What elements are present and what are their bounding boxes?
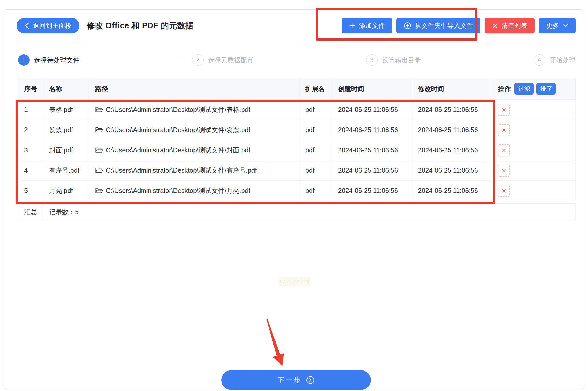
step-connector: [87, 60, 184, 60]
record-count: 记录数：5: [43, 204, 575, 220]
app-window: 返回到主面板 修改 Office 和 PDF 的元数据 添加文件 从文件夹中导入…: [0, 0, 588, 391]
row-index: 3: [18, 140, 43, 160]
row-modified: 2024-06-25 11:06:56: [412, 181, 492, 201]
row-created: 2024-06-25 11:06:56: [332, 120, 412, 140]
sort-button[interactable]: 排序: [536, 83, 556, 95]
col-modified-header: 修改时间: [412, 78, 492, 99]
folder-icon: [95, 147, 103, 153]
header-bar: 返回到主面板 修改 Office 和 PDF 的元数据 添加文件 从文件夹中导入…: [17, 10, 576, 42]
next-step-button[interactable]: 下一步: [221, 370, 371, 390]
row-ext: pdf: [300, 181, 332, 201]
row-created: 2024-06-25 11:06:56: [332, 140, 412, 160]
row-modified: 2024-06-25 11:06:56: [412, 140, 492, 160]
row-ext: pdf: [300, 100, 332, 120]
table-header: 序号 名称 路径 扩展名 创建时间 修改时间 操作 过滤 排序: [18, 78, 576, 100]
row-ops: ×: [492, 100, 575, 120]
step-4-label: 开始处理: [550, 56, 576, 64]
chevron-down-icon: [563, 24, 568, 28]
col-ext-header: 扩展名: [300, 78, 332, 99]
row-name: 表格.pdf: [43, 100, 89, 120]
row-modified: 2024-06-25 11:06:56: [412, 120, 492, 140]
col-name-header: 名称: [43, 78, 89, 99]
step-select-metadata-config: 2 选择元数据配置: [192, 54, 253, 66]
row-path: C:\Users\Administrator\Desktop\测试文件\月亮.p…: [89, 181, 300, 201]
row-path-text: C:\Users\Administrator\Desktop\测试文件\表格.p…: [106, 105, 250, 114]
row-name: 封面.pdf: [43, 140, 89, 160]
step-connector: [429, 60, 526, 60]
row-path: C:\Users\Administrator\Desktop\测试文件\有序号.…: [89, 160, 300, 180]
col-created-header: 创建时间: [332, 78, 412, 99]
delete-x-icon: ×: [502, 167, 506, 174]
delete-row-button[interactable]: ×: [498, 104, 510, 116]
step-3-circle: 3: [366, 54, 378, 66]
step-start-processing: 4 开始处理: [534, 54, 576, 66]
step-2-circle: 2: [192, 54, 204, 66]
row-path: C:\Users\Administrator\Desktop\测试文件\封面.p…: [89, 140, 300, 160]
delete-x-icon: ×: [502, 187, 506, 195]
table-row: 2 发票.pdf C:\Users\Administrator\Desktop\…: [18, 120, 576, 140]
row-ops: ×: [492, 120, 575, 140]
step-3-label: 设置输出目录: [382, 56, 421, 64]
more-label: 更多: [546, 21, 559, 30]
plus-icon: [349, 22, 356, 29]
row-path-text: C:\Users\Administrator\Desktop\测试文件\封面.p…: [106, 146, 250, 154]
col-ops-header: 操作 过滤 排序: [492, 78, 575, 99]
table-row: 1 表格.pdf C:\Users\Administrator\Desktop\…: [18, 100, 576, 120]
step-select-files: 1 选择待处理文件: [18, 54, 79, 66]
folder-icon: [95, 167, 103, 174]
row-path-text: C:\Users\Administrator\Desktop\测试文件\有序号.…: [106, 166, 257, 175]
row-ops: ×: [492, 160, 575, 180]
row-ops: ×: [492, 181, 575, 201]
back-to-dashboard-button[interactable]: 返回到主面板: [17, 18, 79, 33]
row-ext: pdf: [300, 140, 332, 160]
col-index-header: 序号: [18, 78, 43, 99]
step-set-output-dir: 3 设置输出目录: [366, 54, 421, 66]
header-actions: 添加文件 从文件夹中导入文件 清空列表 更多: [342, 18, 576, 33]
page-title: 修改 Office 和 PDF 的元数据: [87, 20, 193, 31]
row-name: 发票.pdf: [43, 120, 89, 140]
clear-list-button[interactable]: 清空列表: [485, 18, 535, 33]
row-path-text: C:\Users\Administrator\Desktop\测试文件\月亮.p…: [106, 186, 250, 195]
step-connector: [261, 60, 358, 60]
next-step-label: 下一步: [278, 375, 302, 385]
import-from-folder-button[interactable]: 从文件夹中导入文件: [396, 18, 480, 33]
table-row: 5 月亮.pdf C:\Users\Administrator\Desktop\…: [18, 181, 576, 201]
clear-list-label: 清空列表: [502, 21, 527, 30]
table-row: 3 封面.pdf C:\Users\Administrator\Desktop\…: [18, 140, 576, 160]
delete-row-button[interactable]: ×: [498, 185, 510, 197]
add-files-label: 添加文件: [359, 21, 385, 30]
circle-plus-icon: [404, 22, 411, 30]
row-path: C:\Users\Administrator\Desktop\测试文件\发票.p…: [89, 120, 300, 140]
folder-icon: [95, 106, 103, 113]
folder-icon: [95, 127, 103, 133]
row-path-text: C:\Users\Administrator\Desktop\测试文件\发票.p…: [106, 126, 250, 134]
more-button[interactable]: 更多: [539, 18, 576, 33]
delete-row-button[interactable]: ×: [498, 165, 510, 177]
row-index: 2: [18, 120, 43, 140]
add-files-button[interactable]: 添加文件: [342, 18, 392, 33]
col-path-header: 路径: [89, 78, 300, 99]
row-created: 2024-06-25 11:06:56: [332, 160, 412, 180]
table-body: 1 表格.pdf C:\Users\Administrator\Desktop\…: [18, 100, 576, 201]
filter-button[interactable]: 过滤: [514, 83, 534, 95]
circle-arrow-right-icon: [306, 376, 315, 385]
file-table: 序号 名称 路径 扩展名 创建时间 修改时间 操作 过滤 排序 1 表格.pdf…: [18, 78, 576, 220]
row-index: 4: [18, 160, 43, 180]
watermark: 175513*779: [279, 277, 310, 286]
row-modified: 2024-06-25 11:06:56: [412, 160, 492, 180]
delete-row-button[interactable]: ×: [498, 144, 510, 156]
delete-x-icon: ×: [502, 126, 506, 134]
row-created: 2024-06-25 11:06:56: [332, 100, 412, 120]
wizard-stepper: 1 选择待处理文件 2 选择元数据配置 3 设置输出目录 4 开始处理: [18, 51, 576, 69]
ops-header-label: 操作: [498, 85, 511, 93]
summary-label: 汇总: [18, 204, 43, 220]
step-1-label: 选择待处理文件: [34, 56, 79, 64]
back-button-label: 返回到主面板: [33, 21, 72, 30]
row-ext: pdf: [300, 160, 332, 180]
row-name: 有序号.pdf: [43, 160, 89, 180]
delete-x-icon: ×: [502, 106, 506, 114]
delete-row-button[interactable]: ×: [498, 124, 510, 136]
step-2-label: 选择元数据配置: [208, 56, 253, 64]
row-created: 2024-06-25 11:06:56: [332, 181, 412, 201]
step-1-circle: 1: [18, 54, 30, 66]
